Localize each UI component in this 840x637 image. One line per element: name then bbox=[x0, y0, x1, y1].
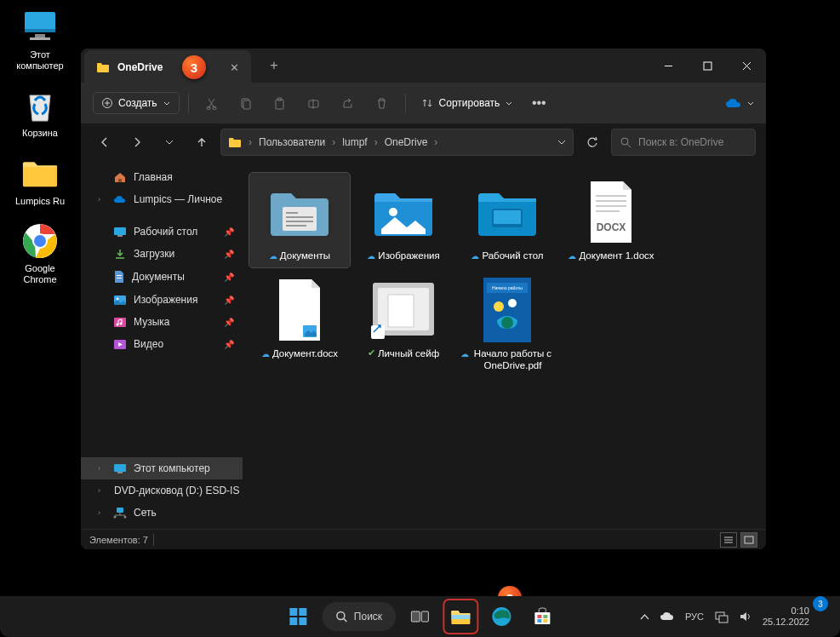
music-icon bbox=[113, 316, 127, 328]
sidebar-downloads[interactable]: Загрузки📌 bbox=[81, 243, 243, 265]
search-input[interactable]: Поиск в: OneDrive bbox=[611, 129, 756, 156]
sidebar-documents[interactable]: Документы📌 bbox=[81, 265, 243, 289]
desktop-icon-recycle[interactable]: Корзина bbox=[12, 87, 68, 139]
svg-rect-80 bbox=[451, 615, 470, 619]
close-tab-icon[interactable]: ✕ bbox=[230, 61, 239, 74]
file-item[interactable]: DOCX ☁Документ 1.docx bbox=[561, 173, 661, 267]
icons-view-button[interactable] bbox=[740, 532, 757, 548]
share-button[interactable] bbox=[334, 89, 363, 118]
sidebar-dvd[interactable]: ›DVD-дисковод (D:) ESD-IS bbox=[81, 479, 243, 502]
start-button[interactable] bbox=[281, 600, 315, 634]
sidebar-network[interactable]: ›Сеть bbox=[81, 502, 243, 524]
sort-button[interactable]: Сортировать bbox=[414, 93, 520, 113]
svg-rect-84 bbox=[543, 615, 547, 618]
cloud-icon bbox=[725, 98, 742, 109]
file-item[interactable]: Начало работы ☁Начало работы с OneDrive.… bbox=[457, 271, 557, 377]
file-item[interactable]: ☁Документ.docx bbox=[249, 271, 350, 377]
pin-icon: 📌 bbox=[224, 340, 234, 349]
new-tab-button[interactable]: + bbox=[270, 58, 277, 73]
network-icon[interactable] bbox=[714, 611, 729, 623]
sidebar-music[interactable]: Музыка📌 bbox=[81, 311, 243, 333]
chevron-down-icon[interactable] bbox=[557, 140, 566, 145]
forward-button[interactable] bbox=[123, 129, 151, 156]
file-item[interactable]: ✔Личный сейф bbox=[353, 271, 454, 377]
address-bar[interactable]: › Пользователи › lumpf › OneDrive › bbox=[220, 129, 574, 156]
delete-button[interactable] bbox=[368, 89, 397, 118]
onedrive-status-button[interactable] bbox=[725, 98, 754, 109]
explorer-taskbar-button[interactable] bbox=[443, 600, 477, 634]
svg-rect-55 bbox=[596, 210, 620, 212]
sidebar-thispc[interactable]: ›Этот компьютер bbox=[81, 457, 243, 479]
folder-desktop-icon bbox=[473, 178, 541, 246]
svg-rect-26 bbox=[117, 235, 123, 237]
copy-button[interactable] bbox=[231, 89, 260, 118]
create-button[interactable]: Создать bbox=[93, 92, 180, 114]
download-icon bbox=[113, 248, 127, 260]
desktop-label: Lumpics Ru bbox=[15, 196, 65, 207]
window-controls bbox=[649, 51, 766, 80]
language-indicator[interactable]: РУС bbox=[685, 611, 704, 622]
up-button[interactable] bbox=[188, 129, 215, 156]
more-button[interactable]: ••• bbox=[524, 89, 553, 118]
store-taskbar-button[interactable] bbox=[525, 600, 559, 634]
back-button[interactable] bbox=[91, 129, 118, 156]
check-icon: ✔ bbox=[368, 347, 375, 359]
svg-rect-52 bbox=[596, 195, 626, 197]
chevron-up-icon[interactable] bbox=[640, 614, 649, 620]
close-button[interactable] bbox=[727, 51, 766, 80]
rename-button[interactable] bbox=[300, 89, 329, 118]
video-icon bbox=[113, 339, 127, 350]
window-tab[interactable]: OneDrive ✕ bbox=[84, 50, 251, 84]
file-area[interactable]: ☁Документы ☁Изображения ☁Рабочий стол DO… bbox=[243, 161, 766, 529]
edge-taskbar-button[interactable] bbox=[484, 600, 518, 634]
desktop-icon-chrome[interactable]: Google Chrome bbox=[12, 222, 68, 285]
svg-rect-28 bbox=[117, 278, 122, 278]
paste-button[interactable] bbox=[266, 89, 294, 118]
toolbar: Создать Сортировать ••• bbox=[81, 83, 766, 123]
svg-point-66 bbox=[508, 299, 517, 307]
desktop-icon-folder[interactable]: Lumpics Ru bbox=[12, 155, 68, 207]
file-item[interactable]: ☁Документы bbox=[249, 173, 350, 267]
recent-button[interactable] bbox=[156, 129, 183, 156]
svg-rect-79 bbox=[421, 611, 428, 622]
svg-rect-8 bbox=[704, 62, 711, 70]
sidebar-pictures[interactable]: Изображения📌 bbox=[81, 289, 243, 311]
folder-icon bbox=[228, 136, 242, 148]
details-view-button[interactable] bbox=[720, 532, 737, 548]
pin-icon: 📌 bbox=[224, 273, 234, 282]
svg-text:DOCX: DOCX bbox=[597, 221, 626, 233]
sidebar-desktop[interactable]: Рабочий стол📌 bbox=[81, 221, 243, 243]
cloud-icon: ☁ bbox=[471, 251, 479, 262]
refresh-button[interactable] bbox=[579, 129, 606, 156]
home-icon bbox=[113, 171, 127, 183]
sidebar-home[interactable]: Главная bbox=[81, 166, 243, 188]
taskview-button[interactable] bbox=[403, 600, 437, 634]
sidebar-onedrive-personal[interactable]: ›Lumpics — Личное bbox=[81, 188, 243, 210]
taskbar-search[interactable]: Поиск bbox=[322, 602, 396, 631]
recycle-icon bbox=[21, 87, 59, 124]
desktop-icon-thispc[interactable]: Этот компьютер bbox=[12, 9, 68, 72]
docx-icon: DOCX bbox=[577, 178, 645, 246]
tab-title: OneDrive bbox=[117, 61, 163, 73]
svg-point-33 bbox=[120, 323, 123, 325]
minimize-button[interactable] bbox=[649, 51, 688, 80]
svg-rect-31 bbox=[114, 318, 126, 327]
maximize-button[interactable] bbox=[688, 51, 727, 80]
file-item[interactable]: ☁Рабочий стол bbox=[457, 173, 557, 267]
desktop-label: Корзина bbox=[22, 128, 58, 139]
file-item[interactable]: ☁Изображения bbox=[353, 173, 454, 267]
cloud-icon[interactable] bbox=[660, 611, 675, 622]
item-count: Элементов: 7 bbox=[89, 535, 148, 545]
sidebar: Главная ›Lumpics — Личное Рабочий стол📌 … bbox=[81, 161, 243, 529]
cloud-icon: ☁ bbox=[460, 349, 469, 360]
clock[interactable]: 0:10 25.12.2022 bbox=[763, 605, 809, 628]
svg-rect-35 bbox=[114, 464, 126, 472]
cut-button[interactable] bbox=[197, 89, 226, 118]
volume-icon[interactable] bbox=[739, 611, 752, 623]
svg-rect-17 bbox=[243, 100, 250, 109]
notification-badge[interactable]: 3 bbox=[813, 596, 828, 611]
pictures-icon bbox=[113, 295, 127, 306]
svg-rect-47 bbox=[286, 221, 313, 222]
network-icon bbox=[113, 507, 127, 519]
sidebar-videos[interactable]: Видео📌 bbox=[81, 333, 243, 355]
